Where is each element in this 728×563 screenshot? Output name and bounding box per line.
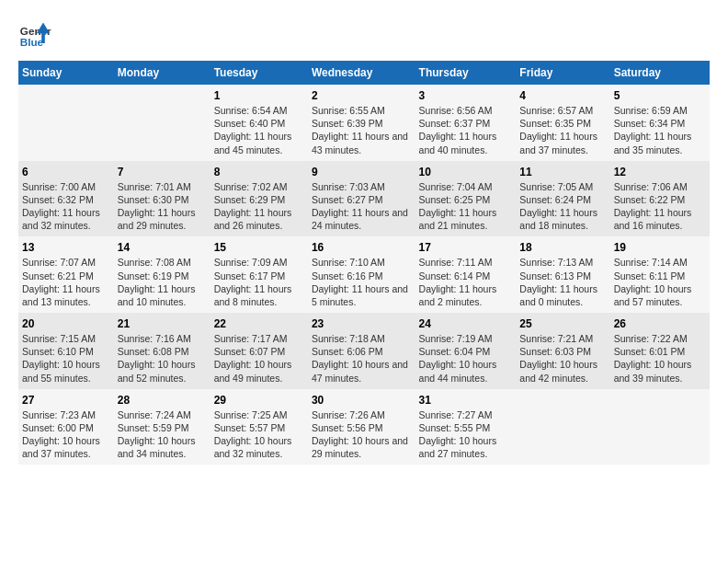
calendar-table: SundayMondayTuesdayWednesdayThursdayFrid… <box>18 61 710 465</box>
day-info: Sunrise: 7:07 AMSunset: 6:21 PMDaylight:… <box>22 256 110 308</box>
week-row-3: 13Sunrise: 7:07 AMSunset: 6:21 PMDayligh… <box>18 236 710 313</box>
day-number: 27 <box>22 394 110 407</box>
day-number: 13 <box>22 241 110 254</box>
day-number: 5 <box>614 89 706 102</box>
day-info: Sunrise: 7:01 AMSunset: 6:30 PMDaylight:… <box>118 180 207 233</box>
logo-icon: General Blue <box>18 18 51 52</box>
day-info: Sunrise: 7:04 AMSunset: 6:25 PMDaylight:… <box>419 180 513 233</box>
day-number: 28 <box>118 394 207 407</box>
calendar-cell: 17Sunrise: 7:11 AMSunset: 6:14 PMDayligh… <box>415 236 517 313</box>
calendar-cell: 16Sunrise: 7:10 AMSunset: 6:16 PMDayligh… <box>308 236 415 313</box>
calendar-cell: 26Sunrise: 7:22 AMSunset: 6:01 PMDayligh… <box>610 313 710 389</box>
day-number: 6 <box>22 166 110 178</box>
calendar-cell: 22Sunrise: 7:17 AMSunset: 6:07 PMDayligh… <box>210 313 308 389</box>
calendar-cell: 6Sunrise: 7:00 AMSunset: 6:32 PMDaylight… <box>18 161 114 237</box>
day-header-thursday: Thursday <box>415 61 517 85</box>
day-info: Sunrise: 7:24 AMSunset: 5:59 PMDaylight:… <box>118 408 207 461</box>
day-info: Sunrise: 6:59 AMSunset: 6:34 PMDaylight:… <box>614 104 706 156</box>
day-info: Sunrise: 7:21 AMSunset: 6:03 PMDaylight:… <box>519 332 606 385</box>
day-header-saturday: Saturday <box>610 61 710 85</box>
day-info: Sunrise: 7:09 AMSunset: 6:17 PMDaylight:… <box>214 256 304 308</box>
week-row-2: 6Sunrise: 7:00 AMSunset: 6:32 PMDaylight… <box>18 161 710 237</box>
day-info: Sunrise: 7:03 AMSunset: 6:27 PMDaylight:… <box>312 180 412 233</box>
calendar-cell: 2Sunrise: 6:55 AMSunset: 6:39 PMDaylight… <box>308 85 415 161</box>
day-info: Sunrise: 6:57 AMSunset: 6:35 PMDaylight:… <box>519 104 606 156</box>
day-info: Sunrise: 7:06 AMSunset: 6:22 PMDaylight:… <box>614 180 706 233</box>
calendar-cell: 19Sunrise: 7:14 AMSunset: 6:11 PMDayligh… <box>610 236 710 313</box>
day-info: Sunrise: 7:05 AMSunset: 6:24 PMDaylight:… <box>519 180 606 233</box>
day-info: Sunrise: 7:00 AMSunset: 6:32 PMDaylight:… <box>22 180 110 233</box>
day-number: 3 <box>419 89 513 102</box>
day-number: 18 <box>519 241 606 254</box>
day-header-sunday: Sunday <box>18 61 114 85</box>
day-info: Sunrise: 7:25 AMSunset: 5:57 PMDaylight:… <box>214 408 304 461</box>
calendar-cell: 13Sunrise: 7:07 AMSunset: 6:21 PMDayligh… <box>18 236 114 313</box>
day-number: 30 <box>312 394 412 407</box>
calendar-cell <box>114 85 210 161</box>
day-number: 21 <box>118 317 207 330</box>
day-info: Sunrise: 7:23 AMSunset: 6:00 PMDaylight:… <box>22 408 110 461</box>
calendar-cell: 18Sunrise: 7:13 AMSunset: 6:13 PMDayligh… <box>516 236 609 313</box>
calendar-cell: 21Sunrise: 7:16 AMSunset: 6:08 PMDayligh… <box>114 313 210 389</box>
week-row-1: 1Sunrise: 6:54 AMSunset: 6:40 PMDaylight… <box>18 85 710 161</box>
day-number: 12 <box>614 166 706 178</box>
svg-text:Blue: Blue <box>20 36 44 48</box>
week-row-4: 20Sunrise: 7:15 AMSunset: 6:10 PMDayligh… <box>18 313 710 389</box>
page-header: General Blue <box>18 18 710 52</box>
day-header-monday: Monday <box>114 61 210 85</box>
calendar-cell: 20Sunrise: 7:15 AMSunset: 6:10 PMDayligh… <box>18 313 114 389</box>
day-number: 8 <box>214 166 304 178</box>
week-row-5: 27Sunrise: 7:23 AMSunset: 6:00 PMDayligh… <box>18 389 710 465</box>
day-number: 31 <box>419 394 513 407</box>
day-header-wednesday: Wednesday <box>308 61 415 85</box>
calendar-cell: 28Sunrise: 7:24 AMSunset: 5:59 PMDayligh… <box>114 389 210 465</box>
calendar-cell: 29Sunrise: 7:25 AMSunset: 5:57 PMDayligh… <box>210 389 308 465</box>
day-info: Sunrise: 7:15 AMSunset: 6:10 PMDaylight:… <box>22 332 110 385</box>
day-info: Sunrise: 7:08 AMSunset: 6:19 PMDaylight:… <box>118 256 207 308</box>
day-info: Sunrise: 7:10 AMSunset: 6:16 PMDaylight:… <box>312 256 412 308</box>
calendar-cell <box>18 85 114 161</box>
day-number: 7 <box>118 166 207 178</box>
day-number: 20 <box>22 317 110 330</box>
calendar-cell: 23Sunrise: 7:18 AMSunset: 6:06 PMDayligh… <box>308 313 415 389</box>
day-number: 25 <box>519 317 606 330</box>
day-info: Sunrise: 7:16 AMSunset: 6:08 PMDaylight:… <box>118 332 207 385</box>
calendar-cell: 4Sunrise: 6:57 AMSunset: 6:35 PMDaylight… <box>516 85 609 161</box>
day-number: 19 <box>614 241 706 254</box>
day-info: Sunrise: 7:11 AMSunset: 6:14 PMDaylight:… <box>419 256 513 308</box>
day-number: 2 <box>312 89 412 102</box>
day-number: 10 <box>419 166 513 178</box>
calendar-cell: 14Sunrise: 7:08 AMSunset: 6:19 PMDayligh… <box>114 236 210 313</box>
day-number: 15 <box>214 241 304 254</box>
day-number: 24 <box>419 317 513 330</box>
day-number: 11 <box>519 166 606 178</box>
day-number: 29 <box>214 394 304 407</box>
day-info: Sunrise: 7:26 AMSunset: 5:56 PMDaylight:… <box>312 408 412 461</box>
calendar-cell: 7Sunrise: 7:01 AMSunset: 6:30 PMDaylight… <box>114 161 210 237</box>
header-row: SundayMondayTuesdayWednesdayThursdayFrid… <box>18 61 710 85</box>
day-number: 4 <box>519 89 606 102</box>
logo: General Blue <box>18 18 51 52</box>
day-info: Sunrise: 7:27 AMSunset: 5:55 PMDaylight:… <box>419 408 513 461</box>
calendar-cell <box>516 389 609 465</box>
day-number: 14 <box>118 241 207 254</box>
day-info: Sunrise: 7:19 AMSunset: 6:04 PMDaylight:… <box>419 332 513 385</box>
calendar-cell: 15Sunrise: 7:09 AMSunset: 6:17 PMDayligh… <box>210 236 308 313</box>
day-number: 17 <box>419 241 513 254</box>
day-info: Sunrise: 7:02 AMSunset: 6:29 PMDaylight:… <box>214 180 304 233</box>
day-info: Sunrise: 6:55 AMSunset: 6:39 PMDaylight:… <box>312 104 412 156</box>
day-info: Sunrise: 6:56 AMSunset: 6:37 PMDaylight:… <box>419 104 513 156</box>
calendar-cell: 9Sunrise: 7:03 AMSunset: 6:27 PMDaylight… <box>308 161 415 237</box>
day-number: 22 <box>214 317 304 330</box>
day-info: Sunrise: 7:13 AMSunset: 6:13 PMDaylight:… <box>519 256 606 308</box>
calendar-cell: 30Sunrise: 7:26 AMSunset: 5:56 PMDayligh… <box>308 389 415 465</box>
day-number: 16 <box>312 241 412 254</box>
calendar-cell <box>610 389 710 465</box>
calendar-cell: 3Sunrise: 6:56 AMSunset: 6:37 PMDaylight… <box>415 85 517 161</box>
calendar-cell: 11Sunrise: 7:05 AMSunset: 6:24 PMDayligh… <box>516 161 609 237</box>
calendar-cell: 31Sunrise: 7:27 AMSunset: 5:55 PMDayligh… <box>415 389 517 465</box>
day-info: Sunrise: 6:54 AMSunset: 6:40 PMDaylight:… <box>214 104 304 156</box>
day-info: Sunrise: 7:22 AMSunset: 6:01 PMDaylight:… <box>614 332 706 385</box>
calendar-cell: 25Sunrise: 7:21 AMSunset: 6:03 PMDayligh… <box>516 313 609 389</box>
day-header-friday: Friday <box>516 61 609 85</box>
